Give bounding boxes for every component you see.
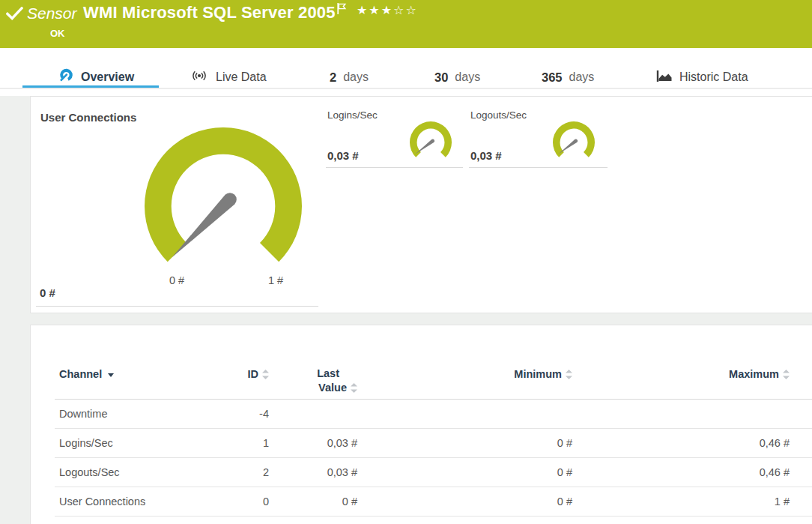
tab-bar: Overview Live Data 2 days 30 days 365 da… (0, 48, 812, 96)
logins-gauge-divider (326, 167, 463, 168)
column-header-id[interactable]: ID (181, 368, 269, 380)
table-row[interactable]: Logouts/Sec20,03 #0 #0,46 # (55, 458, 812, 487)
column-header-id-label: ID (248, 368, 259, 380)
cell-min: 0 # (443, 437, 572, 449)
main-gauge-max-label: 1 # (253, 274, 298, 286)
main-gauge-title: User Connections (40, 111, 136, 124)
sort-arrows-icon (262, 370, 269, 379)
cell-max: 0,46 # (660, 466, 790, 478)
channels-table-panel: Channel ID Last Value Minimum Maximum Do… (30, 325, 812, 524)
tab-30-days-label: days (455, 70, 480, 84)
column-header-minimum[interactable]: Minimum (443, 368, 572, 380)
user-connections-gauge (145, 127, 302, 285)
tab-live-data[interactable]: Live Data (190, 67, 267, 87)
stars-filled: ★★★ (357, 4, 393, 16)
logins-gauge (410, 121, 452, 163)
cell-max: 0,46 # (660, 437, 790, 449)
cell-id: 0 (181, 496, 269, 508)
sensor-status-header: Sensor WMI Microsoft SQL Server 2005 ★★★… (0, 0, 812, 48)
column-header-channel[interactable]: Channel (59, 368, 114, 380)
logouts-gauge (553, 121, 595, 163)
tab-365-days[interactable]: 365 days (542, 67, 594, 87)
cell-last: 0,03 # (278, 466, 357, 478)
main-gauge-divider (36, 306, 318, 307)
tab-overview-label: Overview (81, 70, 134, 84)
column-header-channel-label: Channel (59, 368, 102, 380)
tab-365-days-label: days (569, 70, 595, 84)
status-badge: OK (50, 28, 65, 39)
sort-arrows-icon (351, 383, 357, 393)
column-header-minimum-label: Minimum (514, 368, 562, 380)
cell-channel: Logins/Sec (59, 437, 113, 449)
tab-30-days[interactable]: 30 days (434, 67, 480, 87)
tabbar-baseline (0, 88, 812, 89)
flag-icon[interactable] (336, 2, 347, 18)
column-header-last-label: Last (278, 367, 357, 381)
stars-empty: ☆☆ (393, 4, 418, 16)
tab-2-days-number: 2 (330, 70, 336, 85)
tab-overview[interactable]: Overview (58, 67, 134, 87)
gauge-icon (58, 68, 74, 86)
tab-2-days[interactable]: 2 days (330, 67, 369, 87)
column-header-maximum[interactable]: Maximum (660, 368, 790, 380)
sort-caret-down-icon (108, 373, 114, 377)
cell-channel: User Connections (59, 496, 145, 508)
cell-id: 1 (181, 437, 269, 449)
cell-last: 0 # (278, 496, 357, 508)
tab-historic-data-label: Historic Data (679, 70, 748, 84)
tab-30-days-number: 30 (434, 70, 448, 85)
logouts-gauge-title: Logouts/Sec (470, 109, 527, 121)
tab-live-data-label: Live Data (216, 70, 267, 84)
table-row[interactable]: Logins/Sec10,03 #0 #0,46 # (55, 429, 812, 458)
broadcast-icon (190, 70, 209, 85)
cell-max: 1 # (660, 496, 790, 508)
overview-panel: User Connections 0 # 1 # 0 # Logins/Sec … (30, 96, 812, 313)
cell-channel: Downtime (59, 408, 107, 420)
tab-365-days-number: 365 (542, 70, 563, 85)
tab-historic-data[interactable]: Historic Data (656, 67, 748, 87)
column-header-value-label: Value (318, 381, 347, 395)
priority-stars[interactable]: ★★★☆☆ (357, 3, 418, 17)
cell-channel: Logouts/Sec (59, 466, 120, 478)
check-icon (6, 7, 23, 23)
column-header-maximum-label: Maximum (729, 368, 779, 380)
cell-min: 0 # (443, 496, 572, 508)
main-gauge-min-label: 0 # (154, 274, 199, 286)
table-row[interactable]: Downtime-4 (55, 400, 812, 429)
cell-id: -4 (181, 408, 269, 420)
page-title: WMI Microsoft SQL Server 2005 (83, 3, 336, 22)
table-row[interactable]: User Connections00 #0 #1 # (55, 487, 812, 517)
channel-table-body: Downtime-4Logins/Sec10,03 #0 #0,46 #Logo… (55, 400, 812, 517)
tab-2-days-label: days (343, 70, 369, 84)
sort-arrows-icon (566, 370, 572, 379)
column-header-last-value[interactable]: Last Value (278, 367, 357, 395)
logouts-gauge-divider (469, 167, 608, 168)
main-gauge-value: 0 # (40, 286, 55, 299)
sensor-kind-label: Sensor (27, 4, 77, 22)
area-chart-icon (656, 70, 673, 85)
cell-min: 0 # (443, 466, 572, 478)
cell-id: 2 (181, 466, 269, 478)
logins-gauge-title: Logins/Sec (327, 109, 378, 121)
logouts-gauge-value: 0,03 # (470, 149, 502, 162)
sort-arrows-icon (783, 370, 790, 379)
logins-gauge-value: 0,03 # (327, 149, 359, 162)
cell-last: 0,03 # (278, 437, 357, 449)
